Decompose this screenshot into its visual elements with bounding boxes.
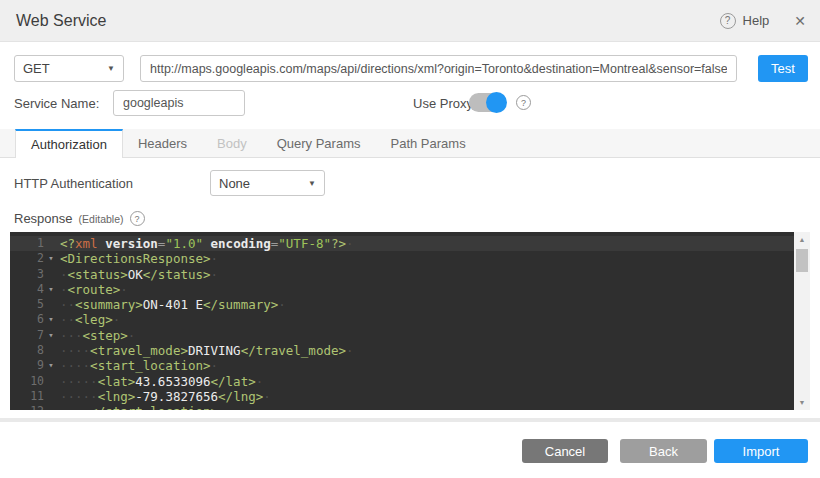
line-gutter: 11 (10, 389, 60, 404)
service-name-input[interactable] (113, 90, 245, 116)
code-text: ··<summary>ON-401 E</summary>· (60, 297, 794, 312)
code-line[interactable]: 4▾·<route>· (10, 282, 794, 297)
code-line[interactable]: 8····<travel_mode>DRIVING</travel_mode>· (10, 343, 794, 358)
code-text: ····</start_location>· (60, 404, 794, 410)
line-gutter: 2▾ (10, 251, 60, 266)
code-line[interactable]: 6▾··<leg>· (10, 312, 794, 327)
line-number: 10 (10, 374, 44, 389)
code-text: ·····<lat>43.6533096</lat>· (60, 374, 794, 389)
http-auth-value: None (219, 176, 250, 191)
response-label: Response (14, 211, 73, 226)
tab-query-params[interactable]: Query Params (262, 129, 376, 157)
code-line[interactable]: 2▾<DirectionsResponse>· (10, 251, 794, 266)
fold-spacer (44, 236, 58, 251)
method-select[interactable]: GET ▼ (14, 55, 124, 82)
import-button[interactable]: Import (714, 439, 808, 463)
tab-bar: AuthorizationHeadersBodyQuery ParamsPath… (0, 129, 820, 158)
code-line[interactable]: 1<?xml version="1.0" encoding="UTF-8"?>· (10, 236, 794, 251)
line-number: 8 (10, 343, 44, 358)
code-text: ···<step>· (60, 328, 794, 343)
line-number: 5 (10, 297, 44, 312)
help-link[interactable]: Help (743, 13, 770, 28)
line-number: 11 (10, 389, 44, 404)
tab-authorization[interactable]: Authorization (15, 129, 123, 158)
line-number: 12 (10, 404, 44, 410)
http-auth-label: HTTP Authentication (14, 176, 133, 191)
page-title: Web Service (16, 12, 106, 30)
line-number: 3 (10, 267, 44, 282)
code-line[interactable]: 12····</start_location>· (10, 404, 794, 410)
line-number: 1 (10, 236, 44, 251)
code-lines[interactable]: 1<?xml version="1.0" encoding="UTF-8"?>·… (10, 232, 794, 410)
scroll-down-icon[interactable]: ▼ (794, 395, 810, 410)
line-number: 2 (10, 251, 44, 266)
response-editor[interactable]: 1<?xml version="1.0" encoding="UTF-8"?>·… (10, 232, 810, 410)
use-proxy-label: Use Proxy: (413, 96, 477, 111)
line-gutter: 8 (10, 343, 60, 358)
fold-icon[interactable]: ▾ (44, 358, 58, 373)
line-number: 7 (10, 328, 44, 343)
response-help-icon[interactable]: ? (130, 211, 145, 226)
tab-path-params[interactable]: Path Params (375, 129, 480, 157)
fold-icon[interactable]: ▾ (44, 312, 58, 327)
line-gutter: 9▾ (10, 358, 60, 373)
line-gutter: 6▾ (10, 312, 60, 327)
proxy-help-icon[interactable]: ? (516, 95, 531, 110)
fold-spacer (44, 267, 58, 282)
fold-spacer (44, 389, 58, 404)
code-text: ·<status>OK</status>· (60, 267, 794, 282)
http-auth-select[interactable]: None ▼ (210, 170, 325, 196)
url-input[interactable] (140, 55, 737, 82)
web-service-dialog: Web Service ? Help ✕ GET ▼ Test Service … (0, 0, 820, 478)
line-number: 6 (10, 312, 44, 327)
test-button[interactable]: Test (758, 55, 808, 82)
fold-icon[interactable]: ▾ (44, 251, 58, 266)
method-value: GET (23, 61, 50, 76)
code-line[interactable]: 3·<status>OK</status>· (10, 267, 794, 282)
fold-spacer (44, 374, 58, 389)
line-gutter: 10 (10, 374, 60, 389)
close-icon[interactable]: ✕ (794, 13, 806, 29)
code-line[interactable]: 9▾····<start_location>· (10, 358, 794, 373)
line-gutter: 5 (10, 297, 60, 312)
line-gutter: 4▾ (10, 282, 60, 297)
code-text: ·<route>· (60, 282, 794, 297)
fold-icon[interactable]: ▾ (44, 328, 58, 343)
help-icon[interactable]: ? (720, 13, 736, 29)
fold-icon[interactable]: ▾ (44, 282, 58, 297)
fold-spacer (44, 404, 58, 410)
line-gutter: 1 (10, 236, 60, 251)
cancel-button[interactable]: Cancel (522, 439, 608, 463)
tab-headers[interactable]: Headers (123, 129, 202, 157)
fold-spacer (44, 343, 58, 358)
back-button[interactable]: Back (620, 439, 707, 463)
footer-divider (0, 418, 820, 422)
code-text: <DirectionsResponse>· (60, 251, 794, 266)
line-gutter: 3 (10, 267, 60, 282)
scrollbar-thumb[interactable] (796, 249, 808, 272)
line-number: 4 (10, 282, 44, 297)
service-name-label: Service Name: (14, 96, 99, 111)
scroll-up-icon[interactable]: ▲ (794, 232, 810, 247)
code-line[interactable]: 7▾···<step>· (10, 328, 794, 343)
response-label-row: Response (Editable) ? (14, 211, 145, 226)
fold-spacer (44, 297, 58, 312)
code-line[interactable]: 10·····<lat>43.6533096</lat>· (10, 374, 794, 389)
chevron-down-icon: ▼ (107, 64, 115, 73)
code-line[interactable]: 11·····<lng>-79.3827656</lng>· (10, 389, 794, 404)
code-line[interactable]: 5··<summary>ON-401 E</summary>· (10, 297, 794, 312)
toggle-knob (486, 92, 507, 113)
line-gutter: 7▾ (10, 328, 60, 343)
response-editable-label: (Editable) (79, 213, 124, 225)
dialog-header: Web Service ? Help ✕ (0, 0, 820, 42)
code-text: ··<leg>· (60, 312, 794, 327)
editor-scrollbar[interactable]: ▲ ▼ (794, 232, 810, 410)
line-number: 9 (10, 358, 44, 373)
code-text: ····<start_location>· (60, 358, 794, 373)
use-proxy-toggle[interactable] (469, 93, 506, 112)
code-text: ····<travel_mode>DRIVING</travel_mode>· (60, 343, 794, 358)
tab-body: Body (202, 129, 262, 157)
code-text: <?xml version="1.0" encoding="UTF-8"?>· (60, 236, 794, 251)
line-gutter: 12 (10, 404, 60, 410)
chevron-down-icon: ▼ (308, 179, 316, 188)
